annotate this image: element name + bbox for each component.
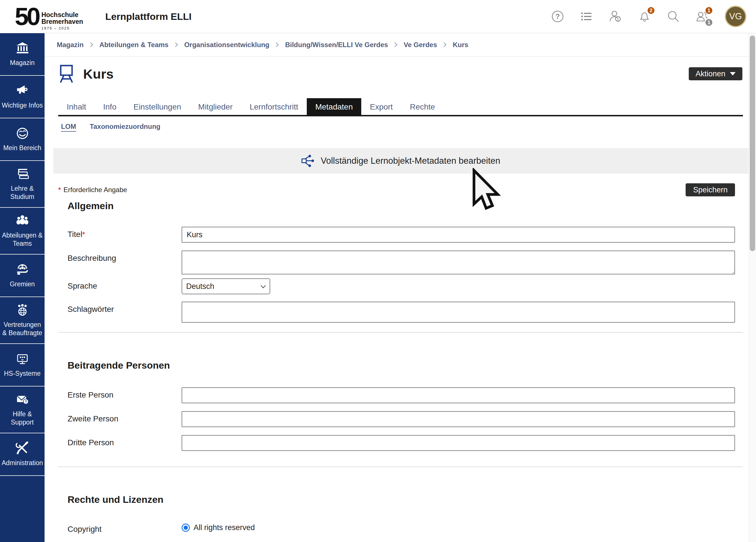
sidebar-item-hs-systeme[interactable]: HS-Systeme — [0, 344, 45, 386]
scrollbar-thumb[interactable] — [750, 35, 755, 251]
form-row-titel: Titel* — [68, 227, 743, 243]
edit-full-lom-metadata-label: Vollständige Lernobjekt-Metadaten bearbe… — [321, 156, 500, 166]
sprache-select[interactable]: Deutsch — [182, 278, 270, 294]
beschreibung-label: Beschreibung — [68, 251, 182, 263]
section-divider — [58, 467, 743, 467]
breadcrumb-link[interactable]: Ve Gerdes — [404, 41, 437, 49]
beschreibung-textarea[interactable] — [182, 251, 735, 274]
required-asterisk: * — [58, 186, 61, 194]
section-divider — [58, 332, 743, 333]
user-avatar[interactable]: VG — [725, 6, 746, 27]
sidebar-item-label: Administration — [2, 459, 43, 467]
chevron-right-icon: > — [90, 39, 93, 50]
sidebar-item-label: Wichtige Infos — [2, 101, 43, 110]
user-alert-icon[interactable] — [609, 10, 622, 23]
titel-label: Titel* — [68, 227, 182, 239]
edit-full-lom-metadata-link[interactable]: Vollständige Lernobjekt-Metadaten bearbe… — [53, 148, 748, 174]
sidebar-item-label: Hilfe & Support — [1, 410, 43, 427]
form-row-erste-person: Erste Person — [68, 387, 743, 403]
list-icon[interactable] — [580, 10, 593, 23]
tab-info[interactable]: Info — [95, 98, 125, 115]
monitor-icon — [16, 352, 29, 366]
main-sidebar: Magazin Wichtige Infos Mein Bereich Lehr… — [0, 33, 45, 542]
logo-50-number: 50 — [15, 5, 39, 28]
breadcrumb-link[interactable]: Abteilungen & Teams — [99, 41, 169, 49]
tab-bar: Inhalt Info Einstellungen Mitglieder Ler… — [58, 98, 743, 116]
sidebar-item-magazin[interactable]: Magazin — [0, 33, 45, 76]
dritte-person-input[interactable] — [182, 435, 735, 451]
sidebar-item-label: Vertretungen & Beauftragte — [1, 321, 43, 337]
breadcrumb-current[interactable]: Kurs — [453, 41, 468, 49]
chevron-right-icon: > — [444, 39, 446, 50]
contacts-badge-bottom: 1 — [705, 18, 713, 27]
titel-input[interactable] — [182, 227, 735, 243]
logo-line1: Hochschule — [41, 11, 83, 18]
sidebar-item-vertretungen-beauftragte[interactable]: Vertretungen & Beauftragte — [0, 297, 45, 344]
sidebar-item-wichtige-infos[interactable]: Wichtige Infos — [0, 76, 45, 118]
speichern-button[interactable]: Speichern — [686, 183, 735, 196]
section-heading-allgemein: Allgemein — [68, 200, 743, 211]
subtab-taxonomiezuordnung[interactable]: Taxonomiezuordnung — [90, 123, 160, 131]
course-easel-icon — [58, 64, 75, 83]
contacts-badge-top: 1 — [705, 6, 713, 15]
breadcrumb-link[interactable]: Organisationsentwicklung — [184, 41, 269, 49]
chevron-right-icon: > — [276, 39, 279, 50]
sprache-label: Sprache — [68, 278, 182, 291]
topbar-icon-group: ? 2 — [551, 6, 746, 27]
tab-metadaten[interactable]: Metadaten — [307, 98, 361, 115]
radio-selected-icon[interactable] — [182, 524, 190, 532]
sidebar-item-label: Gremien — [10, 280, 35, 288]
help-icon[interactable]: ? — [551, 10, 564, 23]
schlagwoerter-label: Schlagwörter — [68, 302, 182, 314]
megaphone-icon — [16, 84, 29, 98]
scrollbar-track[interactable] — [749, 33, 756, 542]
tab-einstellungen[interactable]: Einstellungen — [125, 98, 190, 115]
copyright-radio-option[interactable]: All rights reserved — [182, 522, 735, 532]
tab-lernfortschritt[interactable]: Lernfortschritt — [241, 98, 307, 115]
page-title-row: Kurs Aktionen — [58, 64, 743, 83]
subtab-lom[interactable]: LOM — [61, 123, 76, 131]
logo-years: 1975 – 2025 — [41, 26, 83, 30]
bank-icon — [16, 41, 29, 55]
tab-inhalt[interactable]: Inhalt — [58, 98, 95, 115]
sidebar-item-administration[interactable]: Administration — [0, 433, 45, 476]
sidebar-item-label: Mein Bereich — [3, 144, 41, 152]
schlagwoerter-input[interactable] — [182, 302, 735, 323]
sidebar-item-mein-bereich[interactable]: Mein Bereich — [0, 118, 45, 161]
zweite-person-input[interactable] — [182, 411, 735, 427]
sidebar-item-label: Abteilungen & Teams — [1, 231, 43, 248]
tab-export[interactable]: Export — [361, 98, 401, 115]
books-icon — [16, 167, 29, 181]
tab-mitglieder[interactable]: Mitglieder — [190, 98, 241, 115]
caret-down-icon — [730, 72, 736, 75]
section-heading-beitragende-personen: Beitragende Personen — [68, 360, 743, 371]
copyright-label: Copyright — [68, 522, 182, 534]
search-icon[interactable] — [667, 10, 680, 23]
top-bar: 50 Hochschule Bremerhaven 1975 – 2025 Le… — [0, 0, 756, 33]
svg-text:?: ? — [555, 12, 560, 20]
sidebar-item-label: Lehre & Studium — [1, 184, 43, 201]
sidebar-item-label: Magazin — [10, 59, 35, 67]
form-row-schlagwoerter: Schlagwörter — [68, 302, 743, 323]
hochschule-bremerhaven-logo[interactable]: 50 Hochschule Bremerhaven 1975 – 2025 — [15, 3, 83, 30]
contacts-icon[interactable]: 1 1 — [696, 10, 709, 23]
bell-icon[interactable]: 2 — [638, 10, 651, 23]
required-hint-row: * Erforderliche Angabe Speichern — [58, 183, 743, 196]
breadcrumb-link[interactable]: Magazin — [57, 41, 84, 49]
sidebar-item-hilfe-support[interactable]: ? Hilfe & Support — [0, 386, 45, 433]
aktionen-button[interactable]: Aktionen — [689, 67, 742, 80]
required-hint: Erforderliche Angabe — [64, 186, 127, 194]
lom-hub-icon — [301, 155, 314, 167]
breadcrumb-link[interactable]: Bildung/Wissen/ELLI Ve Gerdes — [285, 41, 388, 49]
sidebar-item-lehre-studium[interactable]: Lehre & Studium — [0, 161, 45, 208]
main-content: Kurs Aktionen Inhalt Info Einstellungen … — [45, 57, 749, 542]
tab-rechte[interactable]: Rechte — [401, 98, 444, 115]
smiley-icon — [16, 127, 29, 140]
sidebar-item-gremien[interactable]: Gremien — [0, 255, 45, 297]
erste-person-input[interactable] — [182, 387, 735, 403]
breadcrumb: Magazin > Abteilungen & Teams > Organisa… — [45, 33, 749, 57]
chevron-right-icon: > — [175, 39, 178, 50]
dritte-person-label: Dritte Person — [68, 435, 182, 447]
form-row-dritte-person: Dritte Person — [68, 435, 743, 451]
sidebar-item-abteilungen-teams[interactable]: Abteilungen & Teams — [0, 208, 45, 255]
